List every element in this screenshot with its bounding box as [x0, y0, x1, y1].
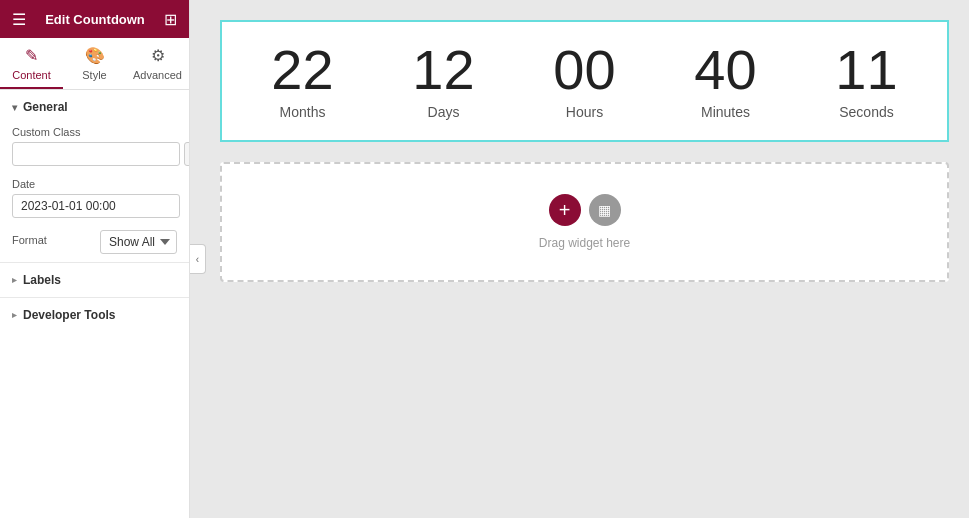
- drop-zone-label: Drag widget here: [539, 236, 630, 250]
- date-input[interactable]: [12, 194, 180, 218]
- developer-tools-header[interactable]: ▸ Developer Tools: [0, 298, 189, 332]
- hamburger-icon[interactable]: [12, 10, 26, 29]
- countdown-seconds-label: Seconds: [839, 104, 893, 120]
- countdown-minutes-number: 40: [694, 42, 756, 98]
- tab-style[interactable]: 🎨 Style: [63, 38, 126, 89]
- countdown-minutes: 40 Minutes: [655, 42, 796, 120]
- format-select[interactable]: Show All Days Hours Minutes Seconds: [100, 230, 177, 254]
- labels-arrow-icon: ▸: [12, 275, 17, 285]
- sidebar: Edit Countdown ✎ Content 🎨 Style ⚙ Advan…: [0, 0, 190, 518]
- countdown-widget: 22 Months 12 Days 00 Hours 40 Minutes 11…: [220, 20, 949, 142]
- tab-advanced-label: Advanced: [133, 69, 182, 81]
- drop-zone: + ▦ Drag widget here: [220, 162, 949, 282]
- format-field: Format Show All Days Hours Minutes Secon…: [0, 226, 189, 262]
- general-section-header[interactable]: ▾ General: [0, 90, 189, 122]
- labels-section-header[interactable]: ▸ Labels: [0, 263, 189, 297]
- date-input-row: [12, 194, 177, 218]
- custom-class-input[interactable]: [12, 142, 180, 166]
- plus-icon: +: [559, 199, 571, 222]
- countdown-months-number: 22: [271, 42, 333, 98]
- labels-section-label: Labels: [23, 273, 61, 287]
- grid-icon[interactable]: [164, 10, 177, 29]
- countdown-seconds: 11 Seconds: [796, 42, 937, 120]
- sidebar-title: Edit Countdown: [45, 12, 145, 27]
- palette-icon: 🎨: [85, 46, 105, 65]
- sidebar-tabs: ✎ Content 🎨 Style ⚙ Advanced: [0, 38, 189, 90]
- tab-content[interactable]: ✎ Content: [0, 38, 63, 89]
- collapse-icon: ‹: [196, 254, 199, 265]
- developer-tools-arrow-icon: ▸: [12, 310, 17, 320]
- date-field: Date: [0, 174, 189, 226]
- date-label: Date: [12, 178, 177, 190]
- tab-content-label: Content: [12, 69, 51, 81]
- tab-style-label: Style: [82, 69, 106, 81]
- tab-advanced[interactable]: ⚙ Advanced: [126, 38, 189, 89]
- general-arrow-icon: ▾: [12, 102, 17, 113]
- settings-icon: ⚙: [151, 46, 165, 65]
- countdown-hours-label: Hours: [566, 104, 603, 120]
- format-label: Format: [12, 234, 47, 246]
- grid-widget-button[interactable]: ▦: [589, 194, 621, 226]
- countdown-days-number: 12: [412, 42, 474, 98]
- countdown-months: 22 Months: [232, 42, 373, 120]
- sidebar-collapse-button[interactable]: ‹: [190, 244, 206, 274]
- countdown-hours-number: 00: [553, 42, 615, 98]
- sidebar-content: ▾ General Custom Class 🗑 Date Format Sho…: [0, 90, 189, 518]
- countdown-hours: 00 Hours: [514, 42, 655, 120]
- main-area: ‹ 22 Months 12 Days 00 Hours 40 Minutes …: [190, 0, 969, 518]
- countdown-days-label: Days: [428, 104, 460, 120]
- countdown-days: 12 Days: [373, 42, 514, 120]
- labels-section: ▸ Labels: [0, 262, 189, 297]
- grid-squares-icon: ▦: [598, 202, 611, 218]
- custom-class-input-row: 🗑: [12, 142, 177, 166]
- countdown-minutes-label: Minutes: [701, 104, 750, 120]
- custom-class-field: Custom Class 🗑: [0, 122, 189, 174]
- canvas: 22 Months 12 Days 00 Hours 40 Minutes 11…: [190, 0, 969, 518]
- developer-tools-label: Developer Tools: [23, 308, 115, 322]
- custom-class-label: Custom Class: [12, 126, 177, 138]
- countdown-months-label: Months: [280, 104, 326, 120]
- drop-zone-buttons: + ▦: [549, 194, 621, 226]
- pencil-icon: ✎: [25, 46, 38, 65]
- add-widget-button[interactable]: +: [549, 194, 581, 226]
- custom-class-clear-button[interactable]: 🗑: [184, 142, 189, 166]
- general-section-label: General: [23, 100, 68, 114]
- countdown-seconds-number: 11: [835, 42, 897, 98]
- developer-tools-section: ▸ Developer Tools: [0, 297, 189, 332]
- sidebar-header: Edit Countdown: [0, 0, 189, 38]
